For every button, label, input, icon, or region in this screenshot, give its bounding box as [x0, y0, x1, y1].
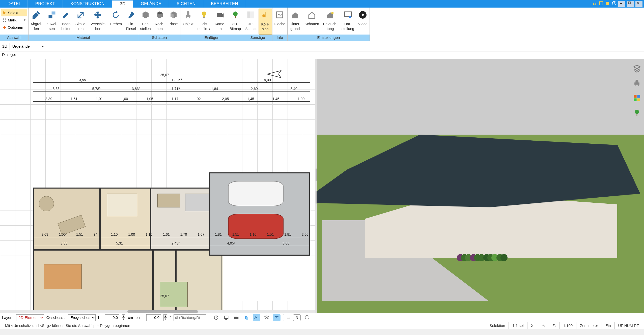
- dim-value: 1,84: [211, 87, 218, 91]
- camera-icon[interactable]: [233, 314, 240, 321]
- clock-icon[interactable]: [212, 314, 220, 321]
- tab-sichten[interactable]: SICHTEN: [169, 0, 203, 8]
- svg-point-9: [5, 18, 6, 20]
- layer-select[interactable]: 2D-Elemen: [16, 314, 44, 321]
- ribbon-material-2[interactable]: Bear-beiten: [59, 9, 73, 35]
- n-button[interactable]: N: [293, 314, 301, 321]
- ribbon-einfuegen-2[interactable]: Kame-ra: [213, 9, 228, 35]
- ribbon-einfuegen-1[interactable]: Licht-quelle ▼: [195, 9, 213, 35]
- ribbon-schatten-0[interactable]: Dar-stellen: [138, 9, 153, 35]
- grid-toggle-icon[interactable]: [283, 314, 291, 321]
- minimize-button[interactable]: [618, 1, 625, 7]
- view-2d[interactable]: 25,07 3,5512,25⁵9,00 3,555,78⁵3,83⁵1,71⁵…: [0, 59, 315, 313]
- close-button[interactable]: [635, 1, 642, 7]
- dim-value: 4,05⁵: [227, 241, 235, 245]
- floor-select[interactable]: Erdgeschos: [68, 314, 96, 321]
- ribbon-sonstige-1[interactable]: Kolli-sion: [259, 9, 272, 35]
- mark-button[interactable]: Mark. ▼: [1, 16, 27, 24]
- ribbon-label: Video: [358, 20, 368, 26]
- status-bar: Mit <Umschalt> und <Strg> können Sie die…: [0, 322, 644, 329]
- ribbon-einfuegen-0[interactable]: Objekt: [181, 9, 195, 35]
- plants-button[interactable]: [633, 109, 641, 117]
- group-label-info: Info: [272, 35, 288, 41]
- direction-input[interactable]: [174, 314, 206, 321]
- svg-rect-37: [225, 316, 228, 318]
- dim-value: 1,10: [111, 232, 118, 236]
- l-input[interactable]: [105, 314, 119, 321]
- ribbon-info-0[interactable]: m²Fläche: [272, 9, 288, 35]
- dim-value: 1,81: [215, 232, 222, 236]
- layers-flat-icon[interactable]: [263, 314, 270, 321]
- tab-bearbeiten[interactable]: BEARBEITEN: [203, 0, 246, 8]
- phi-unit: °: [170, 315, 171, 320]
- tool-icon-1[interactable]: [592, 1, 597, 7]
- tab-projekt[interactable]: PROJEKT: [28, 0, 63, 8]
- ribbon-label: 3D-Bitmap: [230, 20, 241, 31]
- tab-datei[interactable]: DATEI: [0, 0, 28, 8]
- status-flags: UF NUM RF: [614, 322, 643, 329]
- maximize-button[interactable]: [627, 1, 634, 7]
- horizontal-scrollbar[interactable]: [0, 310, 315, 313]
- ribbon-einstell-2[interactable]: Beleuch-tung: [321, 9, 340, 35]
- dim-value: 92: [197, 97, 201, 101]
- tool-icon-3[interactable]: [605, 1, 610, 7]
- ribbon-material-3[interactable]: Skalie-ren: [73, 9, 89, 35]
- mark-label: Mark.: [8, 18, 17, 22]
- ribbon-label: Zuwei-sen: [46, 20, 58, 31]
- dim-value: 1,79: [180, 232, 187, 236]
- ribbon-einstell-4[interactable]: Video: [356, 9, 370, 35]
- copy-icon[interactable]: [243, 314, 250, 321]
- ribbon-material-1[interactable]: Zuwei-sen: [44, 9, 60, 35]
- selekt-button[interactable]: Selekt: [1, 9, 27, 16]
- dim-value: 1,01: [96, 97, 103, 101]
- help-icon[interactable]: ?: [612, 1, 617, 7]
- group-sonstige: 3D-SchnittKolli-sion Sonstige: [243, 8, 272, 41]
- optionen-button[interactable]: Optionen: [1, 24, 27, 31]
- svg-point-16: [233, 12, 238, 16]
- dim-value: 2,60: [251, 87, 258, 91]
- svg-rect-21: [265, 12, 266, 17]
- toggle-a-icon[interactable]: [253, 314, 260, 321]
- phi-input[interactable]: [146, 314, 161, 321]
- layers-button[interactable]: [633, 64, 641, 73]
- furniture-button[interactable]: [633, 79, 641, 87]
- ribbon-material-5[interactable]: Drehen: [108, 9, 124, 35]
- svg-rect-14: [203, 17, 205, 18]
- tab-3d[interactable]: 3D: [112, 0, 133, 8]
- bottom-icon-group: N ⓘ: [212, 314, 311, 321]
- north-arrow-icon: [267, 69, 285, 79]
- view-3d[interactable]: [317, 59, 644, 313]
- tab-konstruktion[interactable]: KONSTRUKTION: [63, 0, 112, 8]
- bulb-icon: [200, 9, 209, 20]
- ribbon-schatten-2[interactable]: Pinsel: [166, 9, 181, 35]
- materials-button[interactable]: [633, 94, 641, 102]
- ribbon-einfuegen-3[interactable]: 3D-Bitmap: [228, 9, 243, 35]
- ribbon-schatten-1[interactable]: Rech-nen: [153, 9, 167, 35]
- ribbon-sonstige-0[interactable]: 3D-Schnitt: [243, 9, 258, 35]
- ribbon-einstell-0[interactable]: Hinter-grund: [288, 9, 303, 35]
- ribbon-material-0[interactable]: Abgrei-fen: [29, 9, 44, 35]
- ribbon-einstell-1[interactable]: Schatten: [303, 9, 321, 35]
- status-unit: Zentimeter: [576, 322, 602, 329]
- ribbon-label: Pinsel: [169, 20, 179, 26]
- phi-spinner[interactable]: ▲▼: [163, 314, 167, 321]
- info-icon[interactable]: ⓘ: [303, 314, 311, 321]
- view-splitter[interactable]: [315, 59, 317, 313]
- ribbon-material-6[interactable]: Hin.Pinsel: [124, 9, 138, 35]
- l-spinner[interactable]: ▲▼: [122, 314, 125, 321]
- monitor-icon[interactable]: [222, 314, 230, 321]
- ribbon-einstell-3[interactable]: Dar-stellung: [340, 9, 356, 35]
- svg-point-10: [3, 21, 4, 22]
- ribbon-label: Licht-quelle ▼: [198, 20, 211, 32]
- svg-rect-13: [51, 12, 55, 15]
- tab-label: KONSTRUKTION: [70, 1, 104, 6]
- tool-icon-2[interactable]: [599, 1, 604, 7]
- tab-gelaende[interactable]: GELÄNDE: [133, 0, 169, 8]
- view-sub-toolbar: 3D Urgelände: [0, 41, 644, 51]
- toggle-b-icon[interactable]: [273, 314, 281, 321]
- plus-icon: [2, 25, 7, 30]
- scroll-thumb[interactable]: [127, 310, 198, 313]
- ribbon-material-4[interactable]: Verschie-ben: [89, 9, 108, 35]
- terrain-combo[interactable]: Urgelände: [10, 43, 45, 50]
- status-z: Z:: [549, 322, 559, 329]
